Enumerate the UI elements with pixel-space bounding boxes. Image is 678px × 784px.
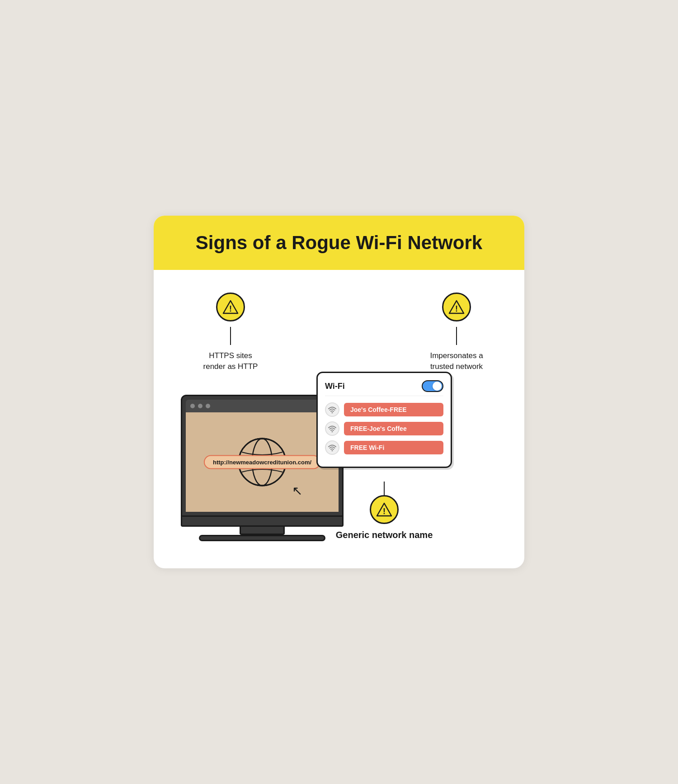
bottom-badge-area: ! Generic network name (336, 482, 433, 541)
warning-icon-impersonate: ! (448, 299, 465, 315)
wifi-panel: Wi-Fi (316, 372, 452, 468)
network-name-2[interactable]: FREE-Joe's Coffee (344, 422, 443, 435)
devices-row: http://newmeadowcreditunion.com/ ↖ (181, 372, 497, 541)
illustration-wrapper: http://newmeadowcreditunion.com/ ↖ (181, 372, 497, 541)
annotation-https: ! HTTPS sites render as HTTP (199, 293, 262, 372)
connector-line-bottom (384, 482, 385, 495)
laptop-base (181, 517, 344, 527)
svg-point-8 (332, 412, 333, 414)
wifi-toggle[interactable] (422, 380, 443, 392)
warning-badge-generic: ! (370, 495, 399, 524)
laptop-stand (240, 527, 285, 535)
annotation-generic-text: Generic network name (336, 529, 433, 541)
annotation-impersonate-text: Impersonates a trusted network (425, 350, 488, 372)
svg-point-9 (332, 431, 333, 433)
connector-line-https (230, 327, 231, 345)
wifi-panel-header: Wi-Fi (325, 380, 443, 396)
wifi-signal-3 (325, 440, 339, 455)
laptop-screen: http://newmeadowcreditunion.com/ ↖ (186, 412, 339, 512)
header-section: Signs of a Rogue Wi-Fi Network (154, 216, 524, 270)
wifi-signal-2 (325, 421, 339, 436)
dot-1 (190, 404, 195, 408)
wifi-icon-3 (328, 444, 336, 451)
toggle-thumb (433, 382, 442, 391)
network-item-2[interactable]: FREE-Joe's Coffee (325, 421, 443, 436)
wifi-icon-2 (328, 425, 336, 432)
top-annotations: ! HTTPS sites render as HTTP ! Imperso (181, 293, 497, 372)
warning-icon-https: ! (222, 299, 239, 315)
wifi-signal-1 (325, 402, 339, 417)
scene-container: ! HTTPS sites render as HTTP ! Imperso (181, 293, 497, 542)
network-item-1[interactable]: Joe's Coffee-FREE (325, 402, 443, 417)
content-section: ! HTTPS sites render as HTTP ! Imperso (154, 270, 524, 542)
warning-icon-generic: ! (376, 501, 392, 518)
network-item-3[interactable]: FREE Wi-Fi (325, 440, 443, 455)
svg-text:!: ! (455, 304, 458, 313)
wifi-panel-label: Wi-Fi (325, 382, 345, 391)
annotation-https-text: HTTPS sites render as HTTP (199, 350, 262, 372)
cursor-icon: ↖ (292, 483, 302, 498)
network-name-1[interactable]: Joe's Coffee-FREE (344, 403, 443, 416)
laptop-foot (199, 535, 325, 541)
annotation-impersonate: ! Impersonates a trusted network (425, 293, 488, 372)
laptop-screen-bar (186, 400, 339, 412)
svg-text:!: ! (383, 507, 386, 516)
page-title: Signs of a Rogue Wi-Fi Network (172, 232, 506, 254)
connector-line-impersonate (456, 327, 457, 345)
svg-text:!: ! (229, 304, 232, 313)
wifi-icon-1 (328, 406, 336, 413)
main-card: Signs of a Rogue Wi-Fi Network ! HTTPS s… (154, 216, 524, 569)
dot-2 (198, 404, 202, 408)
warning-badge-https: ! (216, 293, 245, 321)
dot-3 (206, 404, 210, 408)
url-bar: http://newmeadowcreditunion.com/ (204, 455, 320, 469)
network-name-3[interactable]: FREE Wi-Fi (344, 441, 443, 454)
svg-point-10 (332, 450, 333, 452)
warning-badge-impersonate: ! (442, 293, 471, 321)
